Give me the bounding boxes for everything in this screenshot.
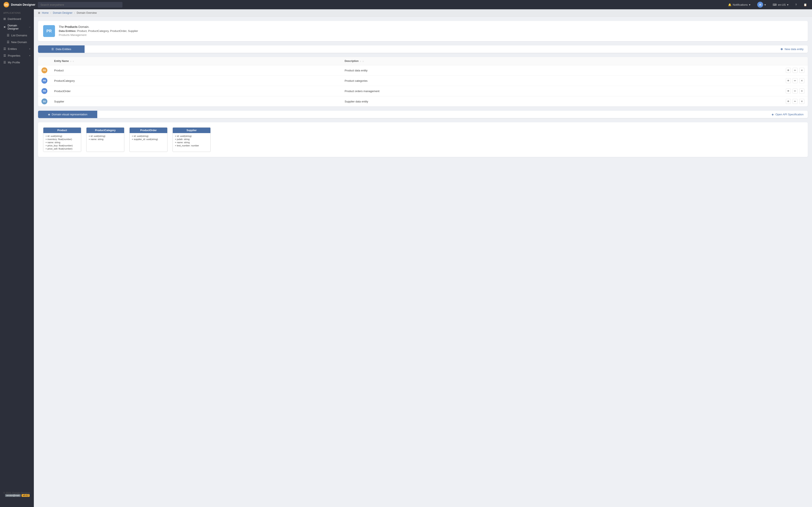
entity-field: + price_buy: float(number) [45, 144, 79, 147]
sidebar-item-label: Properties [8, 54, 20, 57]
row-entity-name: Supplier [51, 96, 341, 107]
sidebar-item-label: Entities [8, 47, 17, 51]
footer-text: © 2023, Domain Designer [3, 492, 30, 494]
table-row: PR ProductOrder Product orders managemen… [38, 86, 808, 96]
expand-button[interactable]: − [29, 26, 31, 28]
table-header-row: Entity Name ⌂ ⌂ Description ⌂ ⌂ [38, 57, 808, 65]
entity-field: + id: uuid(string) [175, 135, 208, 137]
sidebar-item-list-domains[interactable]: ☰ List Domains [0, 32, 34, 39]
edit-button[interactable]: ✏ [793, 78, 798, 83]
notifications-label: Notifications [733, 3, 748, 6]
sidebar-item-label: My Profile [8, 61, 20, 64]
row-actions-cell: 👁 ✏ ✕ [782, 65, 808, 76]
sidebar-item-my-profile[interactable]: ☰ My Profile [0, 59, 34, 66]
row-description: Product categories [341, 76, 782, 86]
topnav: DD Domain Designer 🔔 Notifications ▾ JE … [0, 0, 812, 9]
domain-avatar: PR [43, 25, 55, 37]
sidebar-item-domain-designer[interactable]: ✕ Domain Designer − [0, 22, 34, 32]
sidebar-item-entities[interactable]: ☰ Entities + [0, 45, 34, 52]
user-chevron: ▾ [764, 3, 766, 6]
language-label: en-US [778, 3, 786, 6]
sidebar-section-label: APPLICATIONS [0, 9, 34, 15]
view-button[interactable]: 👁 [786, 78, 791, 83]
entities-add-button[interactable]: + [29, 48, 31, 50]
edit-button[interactable]: ✏ [793, 89, 798, 94]
row-actions-cell: 👁 ✏ ✕ [782, 86, 808, 96]
entity-box-product: Product + id: uuid(string)+ inventory: f… [43, 127, 81, 152]
view-button[interactable]: 👁 [786, 89, 791, 94]
domain-info: The Products Domain. Data Entities: Prod… [59, 25, 138, 37]
row-description: Product data entity [341, 65, 782, 76]
data-entities-tab-label: Data Entities [56, 48, 71, 51]
delete-button[interactable]: ✕ [799, 78, 804, 83]
settings-button[interactable]: 📋 [802, 2, 809, 7]
new-domain-icon: ☰ [7, 40, 9, 44]
row-icon-cell: PR [38, 76, 51, 86]
delete-button[interactable]: ✕ [799, 89, 804, 94]
entity-field: + name: string [175, 141, 208, 144]
breadcrumb: ⊞ Home › Domain Designer › Domain Overvi… [34, 9, 812, 17]
logo-icon: DD [3, 2, 9, 8]
sidebar-item-new-domain[interactable]: ☰ New Domain [0, 39, 34, 45]
col-entity-name-label: Entity Name [54, 60, 69, 62]
view-button[interactable]: 👁 [786, 99, 791, 104]
entity-field: + price_sell: float(number) [45, 148, 79, 150]
visual-tab-label: Domain visual representation [52, 113, 87, 116]
row-description: Supplier data entity [341, 96, 782, 107]
entity-field: + test_number: number [175, 144, 208, 147]
open-api-icon: ◈ [772, 113, 774, 116]
table-body: PR Product Product data entity 👁 ✏ ✕ PR … [38, 65, 808, 107]
col-entity-name[interactable]: Entity Name ⌂ ⌂ [51, 57, 341, 65]
entity-box-body: + id: uuid(string)+ judah: string+ name:… [173, 133, 210, 149]
edit-button[interactable]: ✏ [793, 99, 798, 104]
entity-box-body: + id: uuid(string)+ name: string [87, 133, 124, 146]
edit-button[interactable]: ✏ [793, 68, 798, 73]
data-table: Entity Name ⌂ ⌂ Description ⌂ ⌂ [38, 57, 808, 107]
col-description[interactable]: Description ⌂ ⌂ [341, 57, 782, 65]
entity-box-product-category: ProductCategory + id: uuid(string)+ name… [86, 127, 124, 152]
sidebar-item-dashboard[interactable]: ⊞ Dashboard [0, 15, 34, 22]
entity-icon: SU [42, 99, 47, 104]
properties-icon: ☰ [3, 54, 6, 57]
data-entities-tab-icon: ☰ [51, 48, 54, 51]
breadcrumb-domain-designer[interactable]: Domain Designer [53, 11, 72, 14]
sort-desc-icon2: ⌂ [362, 60, 364, 62]
help-button[interactable]: ? [794, 2, 799, 7]
sidebar: APPLICATIONS ⊞ Dashboard ✕ Domain Design… [0, 9, 34, 507]
row-icon-cell: PR [38, 86, 51, 96]
entity-field: + inventory: float(number) [45, 138, 79, 140]
breadcrumb-home[interactable]: Home [42, 11, 49, 14]
domain-title: The Products Domain. [59, 25, 138, 29]
row-actions-cell: 👁 ✏ ✕ [782, 76, 808, 86]
sidebar-item-properties[interactable]: ☰ Properties + [0, 52, 34, 59]
open-api-label: Open API Specification [775, 113, 804, 116]
delete-button[interactable]: ✕ [799, 99, 804, 104]
visual-tab-icon: ◈ [48, 113, 50, 116]
app-name: Domain Designer [11, 3, 35, 6]
section-tabs: ☰ Data Entities ⊕ New data entity [38, 45, 808, 53]
visual-rep-tab[interactable]: ◈ Domain visual representation [38, 111, 97, 118]
open-api-tab[interactable]: ◈ Open API Specification [97, 111, 808, 118]
row-actions-cell: 👁 ✏ ✕ [782, 96, 808, 107]
data-entities-tab[interactable]: ☰ Data Entities [38, 45, 85, 53]
properties-add-button[interactable]: + [29, 54, 31, 57]
delete-button[interactable]: ✕ [799, 68, 804, 73]
notifications-button[interactable]: 🔔 Notifications ▾ [726, 2, 752, 7]
app-logo[interactable]: DD Domain Designer [3, 2, 35, 8]
dashboard-icon: ⊞ [3, 17, 6, 20]
visual-section-tabs: ◈ Domain visual representation ◈ Open AP… [38, 111, 808, 118]
language-button[interactable]: ⌨ en-US ▾ [771, 2, 790, 7]
view-button[interactable]: 👁 [786, 68, 791, 73]
entity-box-body: + id: uuid(string)+ inventory: float(num… [43, 133, 81, 152]
col-actions [782, 57, 808, 65]
breadcrumb-current: Domain Overview [77, 11, 97, 14]
user-menu-button[interactable]: JE ▾ [756, 1, 768, 8]
table-row: PR ProductCategory Product categories 👁 … [38, 76, 808, 86]
row-entity-name: ProductCategory [51, 76, 341, 86]
table-row: SU Supplier Supplier data entity 👁 ✏ ✕ [38, 96, 808, 107]
entity-icon: PR [42, 88, 47, 94]
new-data-entity-tab[interactable]: ⊕ New data entity [85, 45, 808, 53]
search-input[interactable] [38, 2, 122, 8]
sort-asc-icon: ⌂ [70, 60, 71, 62]
list-icon: ☰ [7, 34, 9, 37]
